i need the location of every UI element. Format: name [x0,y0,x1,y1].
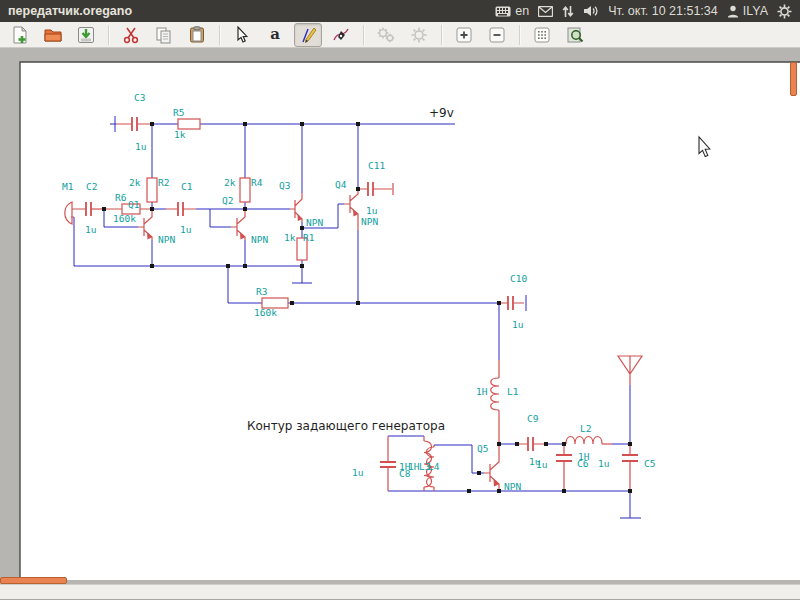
value-C10: 1u [512,319,523,330]
label-R6: R6 [115,192,127,203]
label-Q5: Q5 [477,443,488,454]
gear-icon [777,4,792,19]
zoom-region-button[interactable] [561,23,589,47]
paste-button[interactable] [183,23,211,47]
schematic-sheet[interactable] [20,62,800,580]
label-Q2: Q2 [222,195,233,206]
label-C6: C6 [577,458,589,469]
settings-gear-button[interactable] [405,23,433,47]
vertical-scrollbar-thumb[interactable] [790,62,797,96]
cut-button[interactable] [117,23,145,47]
grid-button[interactable] [528,23,556,47]
grid-icon [533,26,551,44]
paste-icon [188,26,206,44]
user-name-label: ILYA [743,4,768,18]
user-indicator[interactable]: ILYA [727,4,768,18]
zoom-in-button[interactable] [450,23,478,47]
save-icon [77,26,95,44]
label-R5: R5 [173,107,184,118]
updown-arrows-icon [562,5,574,18]
save-button[interactable] [72,23,100,47]
resistor-R5[interactable] [178,119,200,129]
type-Q2: NPN [251,234,268,245]
clock-label: Чт. окт. 10 21:51:34 [608,4,718,18]
open-button[interactable] [39,23,67,47]
keyboard-indicator[interactable]: en [495,4,529,18]
value-R1: 1k [284,232,296,243]
window-title: передатчик.oregano [0,4,132,18]
indicator-area: en Чт. окт. 10 2 [495,4,800,19]
value-R5: 1k [174,129,186,140]
resistor-R2[interactable] [147,178,157,202]
label-Q3: Q3 [279,180,290,191]
label-C5: C5 [644,458,655,469]
value-C6: 1u [598,458,609,469]
toolbar-separator [519,25,521,45]
toolbar-separator [108,25,110,45]
label-C11: C11 [368,160,385,171]
sound-indicator[interactable] [583,5,599,17]
label-C3: C3 [134,92,145,103]
label-L4: L4 [428,461,440,472]
schematic-canvas: C3 1u R5 1k +9v 2k R2 2k R4 M1 C2 1u R6 … [0,48,800,584]
resistor-R4[interactable] [240,178,250,202]
value-C3: 1u [135,141,146,152]
clock-indicator[interactable]: Чт. окт. 10 21:51:34 [608,4,718,18]
arrow-cursor-icon [234,26,250,44]
zoom-out-button[interactable] [483,23,511,47]
open-folder-icon [44,26,63,44]
label-C9: C9 [527,413,539,424]
type-Q4: NPN [361,216,378,227]
status-bar [0,584,800,600]
keyboard-icon [495,6,511,17]
value-C2: 1u [85,224,96,235]
label-L1: L1 [507,386,519,397]
parts-browser-button[interactable] [372,23,400,47]
zoom-region-icon [566,26,584,44]
new-document-button[interactable] [6,23,34,47]
network-indicator[interactable] [562,5,574,18]
type-Q5: NPN [504,481,521,492]
value-C1: 1u [180,224,191,235]
settings-gear-icon [410,26,428,44]
value-R3: 160k [254,307,277,318]
select-tool-button[interactable] [228,23,256,47]
toolbar-separator [219,25,221,45]
label-C2: C2 [86,181,97,192]
value-L1: 1H [476,386,488,397]
bezier-tool-button[interactable] [327,23,355,47]
copy-icon [155,26,173,44]
wire-tool-button[interactable] [294,23,322,47]
label-R3: R3 [256,286,267,297]
toolbar-separator [363,25,365,45]
mail-indicator[interactable] [538,6,553,17]
label-L2: L2 [580,423,591,434]
value-R2: 2k [129,177,141,188]
top-panel: передатчик.oregano en [0,0,800,22]
oregano-window: передатчик.oregano en [0,0,800,600]
bezier-pen-icon [332,26,350,44]
label-C10: C10 [510,273,527,284]
label-Q4: Q4 [335,179,347,190]
label-R2: R2 [158,177,169,188]
horizontal-scrollbar-thumb[interactable] [0,577,67,584]
value-C8: 1u [352,467,363,478]
toolbar-separator [441,25,443,45]
copy-button[interactable] [150,23,178,47]
toolbar: a [0,22,800,48]
text-tool-button[interactable]: a [261,23,289,47]
user-icon [727,5,739,18]
scissors-icon [122,26,140,44]
label-Q1: Q1 [128,199,140,210]
double-gear-icon [376,26,396,44]
supply-label: +9v [429,106,454,120]
speaker-icon [583,5,599,17]
session-indicator[interactable] [777,4,792,19]
zoom-out-icon [488,26,506,44]
value-L4: 1H [408,461,420,472]
value-R4: 2k [224,177,236,188]
wire-pencil-icon [299,26,317,44]
text-tool-icon: a [270,27,280,42]
tank-label: Контур задающего генератора [247,419,445,433]
label-R1: R1 [303,232,315,243]
